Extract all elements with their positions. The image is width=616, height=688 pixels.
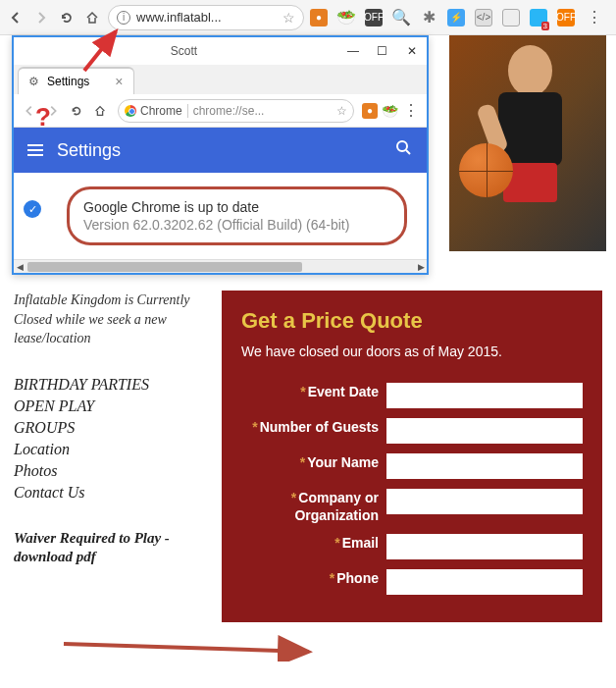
svg-line-1 xyxy=(406,150,410,154)
nav-contact-us[interactable]: Contact Us xyxy=(14,484,210,502)
input-event-date[interactable] xyxy=(386,383,583,408)
popup-window-title: Scott xyxy=(171,44,197,58)
settings-header: Settings xyxy=(14,128,427,173)
bookmark-star-icon[interactable]: ☆ xyxy=(282,10,295,26)
ext-icon-off[interactable]: OFF xyxy=(365,9,383,26)
popup-menu-button[interactable]: ⋮ xyxy=(401,101,421,121)
popup-ext-2[interactable]: 🥗 xyxy=(382,103,397,119)
nav-location[interactable]: Location xyxy=(14,441,210,458)
update-status-box: Google Chrome is up to date Version 62.0… xyxy=(67,186,407,245)
waiver-download-link[interactable]: Waiver Required to Play - download pdf xyxy=(14,529,210,567)
label-email: *Email xyxy=(241,534,379,552)
chrome-logo-icon xyxy=(125,105,136,117)
page-sidebar: Inflatable Kingdom is Currently Closed w… xyxy=(14,291,210,622)
label-event-date: *Event Date xyxy=(241,383,379,400)
chrome-scheme-badge: Chrome xyxy=(125,104,182,118)
up-to-date-check-icon: ✓ xyxy=(24,200,41,218)
popup-bookmark-icon[interactable]: ☆ xyxy=(336,104,347,118)
label-company: *Company or Organization xyxy=(241,489,379,524)
popup-url-text: chrome://se... xyxy=(187,104,265,118)
reload-button[interactable] xyxy=(57,8,77,27)
back-button[interactable] xyxy=(6,8,26,27)
quote-heading: Get a Price Quote xyxy=(241,308,583,334)
menu-button[interactable]: ⋮ xyxy=(585,8,604,27)
svg-point-0 xyxy=(397,141,407,151)
maximize-button[interactable]: ☐ xyxy=(376,44,389,58)
forward-button[interactable] xyxy=(31,8,51,27)
hamburger-menu-icon[interactable] xyxy=(27,144,43,156)
popup-home-button[interactable] xyxy=(90,101,110,121)
input-email[interactable] xyxy=(386,534,583,559)
label-your-name: *Your Name xyxy=(241,453,379,471)
hero-basketball-image xyxy=(449,35,606,251)
minimize-button[interactable]: — xyxy=(346,44,360,58)
url-text: www.inflatabl... xyxy=(136,10,277,25)
ext-icon-2[interactable]: 🥗 xyxy=(337,9,355,26)
input-phone[interactable] xyxy=(386,569,583,595)
ext-icon-1[interactable]: ● xyxy=(310,9,328,26)
input-company[interactable] xyxy=(386,489,583,514)
popup-address-bar[interactable]: Chrome chrome://se... ☆ xyxy=(118,99,354,123)
input-guests[interactable] xyxy=(386,418,583,444)
popup-ext-1[interactable]: ● xyxy=(362,103,378,119)
chrome-settings-popup: Scott — ☐ ✕ ⚙ Settings × Chrome xyxy=(12,35,429,275)
input-your-name[interactable] xyxy=(386,453,583,479)
sidebar-nav: BIRTHDAY PARTIES OPEN PLAY GROUPS Locati… xyxy=(14,376,210,502)
ext-icon-9[interactable]: 3 xyxy=(530,9,547,26)
settings-title: Settings xyxy=(57,140,382,161)
nav-open-play[interactable]: OPEN PLAY xyxy=(14,397,210,415)
scroll-right-arrow[interactable]: ▶ xyxy=(415,262,427,272)
ext-icon-6[interactable]: ⚡ xyxy=(447,9,465,26)
annotation-question-mark: ? xyxy=(35,102,51,132)
quote-subtitle: We have closed our doors as of May 2015. xyxy=(241,344,583,359)
close-window-button[interactable]: ✕ xyxy=(405,44,419,58)
annotation-arrow-to-email xyxy=(59,632,324,662)
label-phone: *Phone xyxy=(241,569,379,587)
ext-icon-8[interactable] xyxy=(502,9,520,26)
price-quote-panel: Get a Price Quote We have closed our doo… xyxy=(222,291,602,622)
ext-icon-10[interactable]: OFF xyxy=(557,9,575,26)
ext-icon-7[interactable]: </> xyxy=(475,9,492,26)
nav-groups[interactable]: GROUPS xyxy=(14,419,210,437)
chrome-version-text: Version 62.0.3202.62 (Official Build) (6… xyxy=(83,217,390,233)
nav-birthday-parties[interactable]: BIRTHDAY PARTIES xyxy=(14,376,210,394)
scroll-thumb[interactable] xyxy=(27,262,302,272)
popup-reload-button[interactable] xyxy=(67,101,86,121)
scroll-left-arrow[interactable]: ◀ xyxy=(14,262,26,272)
extension-icons: ● 🥗 OFF 🔍 ✱ ⚡ </> 3 OFF ⋮ xyxy=(310,8,604,27)
annotation-arrow-to-url xyxy=(77,20,135,79)
address-bar[interactable]: i www.inflatabl... ☆ xyxy=(108,5,304,30)
nav-photos[interactable]: Photos xyxy=(14,462,210,480)
label-guests: *Number of Guests xyxy=(241,418,379,436)
gear-icon: ⚙ xyxy=(28,75,39,88)
update-status-text: Google Chrome is up to date xyxy=(83,199,390,215)
closure-notice: Inflatable Kingdom is Currently Closed w… xyxy=(14,291,210,348)
settings-search-icon[interactable] xyxy=(395,139,413,161)
ext-icon-search[interactable]: 🔍 xyxy=(392,9,410,26)
popup-horizontal-scrollbar[interactable]: ◀ ▶ xyxy=(14,259,427,273)
ext-icon-5[interactable]: ✱ xyxy=(420,9,437,26)
